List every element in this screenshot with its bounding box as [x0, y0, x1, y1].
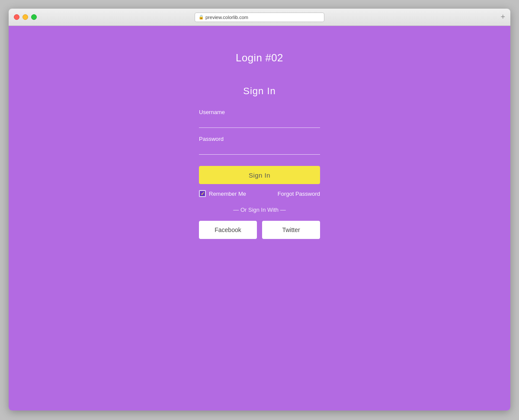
- checkmark-icon: ✓: [201, 191, 205, 197]
- username-label: Username: [199, 109, 320, 115]
- traffic-lights: [14, 14, 37, 20]
- facebook-button[interactable]: Facebook: [199, 221, 257, 239]
- password-label: Password: [199, 136, 320, 142]
- page-title: Login #02: [236, 52, 283, 64]
- social-buttons: Facebook Twitter: [199, 221, 320, 239]
- password-input[interactable]: [199, 144, 320, 155]
- remember-me-container: ✓ Remember Me: [199, 190, 246, 197]
- maximize-button[interactable]: [31, 14, 37, 20]
- new-tab-button[interactable]: +: [500, 13, 505, 22]
- sign-in-heading: Sign In: [243, 86, 276, 97]
- remember-me-label: Remember Me: [209, 191, 246, 197]
- twitter-button[interactable]: Twitter: [262, 221, 320, 239]
- options-row: ✓ Remember Me Forgot Password: [199, 190, 320, 197]
- remember-me-checkbox[interactable]: ✓: [199, 190, 206, 197]
- divider-text: — Or Sign In With —: [233, 207, 285, 213]
- url-text: preview.colorlib.com: [205, 15, 248, 20]
- minimize-button[interactable]: [22, 14, 28, 20]
- username-group: Username: [199, 109, 320, 128]
- login-form-container: Sign In Username Password Sign In ✓ Reme: [199, 86, 320, 239]
- address-bar[interactable]: 🔒 preview.colorlib.com: [195, 13, 324, 22]
- page-content: Login #02 Sign In Username Password Sign…: [9, 26, 510, 410]
- signin-button[interactable]: Sign In: [199, 166, 320, 184]
- forgot-password-link[interactable]: Forgot Password: [278, 191, 320, 197]
- browser-titlebar: 🔒 preview.colorlib.com +: [9, 9, 510, 26]
- close-button[interactable]: [14, 14, 19, 20]
- address-bar-container: 🔒 preview.colorlib.com: [195, 13, 324, 22]
- lock-icon: 🔒: [199, 15, 204, 19]
- password-group: Password: [199, 136, 320, 155]
- username-input[interactable]: [199, 117, 320, 128]
- browser-window: 🔒 preview.colorlib.com + Login #02 Sign …: [9, 9, 510, 410]
